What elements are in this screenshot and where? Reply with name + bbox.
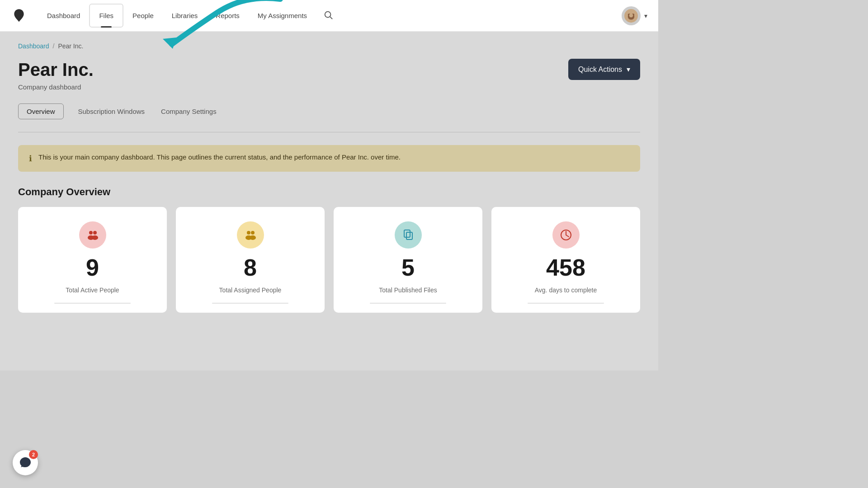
- info-banner: ℹ This is your main company dashboard. T…: [18, 145, 640, 172]
- nav: Dashboard Files People Libraries Reports…: [38, 1, 622, 30]
- published-files-value: 5: [401, 256, 415, 279]
- company-overview-title: Company Overview: [18, 186, 640, 198]
- nav-item-libraries[interactable]: Libraries: [163, 1, 207, 30]
- active-people-underline: [54, 303, 131, 304]
- info-icon: ℹ: [29, 154, 32, 164]
- avg-days-icon: [552, 221, 580, 249]
- tab-company-settings[interactable]: Company Settings: [159, 104, 218, 119]
- published-files-icon: [395, 221, 422, 249]
- svg-point-12: [247, 231, 250, 235]
- user-avatar[interactable]: [622, 6, 641, 25]
- svg-point-9: [93, 231, 97, 235]
- nav-item-people[interactable]: People: [123, 1, 163, 30]
- page-subtitle: Company dashboard: [18, 83, 94, 91]
- stats-grid: 9 Total Active People 8 Total Assigned P…: [18, 207, 640, 313]
- svg-point-0: [325, 11, 331, 17]
- page-title: Pear Inc.: [18, 59, 94, 80]
- header: Dashboard Files People Libraries Reports…: [0, 0, 658, 32]
- header-right: ▾: [622, 6, 647, 25]
- tab-divider: [18, 132, 640, 132]
- svg-point-6: [629, 14, 633, 18]
- active-people-icon: [79, 221, 106, 249]
- quick-actions-button[interactable]: Quick Actions ▾: [568, 59, 640, 80]
- svg-point-15: [250, 235, 256, 240]
- stat-card-assigned-people: 8 Total Assigned People: [176, 207, 325, 313]
- nav-item-my-assignments[interactable]: My Assignments: [249, 1, 316, 30]
- svg-line-20: [566, 235, 569, 237]
- quick-actions-chevron-icon: ▾: [627, 65, 630, 74]
- nav-item-reports[interactable]: Reports: [207, 1, 249, 30]
- svg-line-1: [330, 17, 332, 19]
- breadcrumb-current: Pear Inc.: [58, 42, 83, 50]
- svg-point-11: [92, 235, 98, 240]
- stat-card-active-people: 9 Total Active People: [18, 207, 167, 313]
- main-content: Dashboard / Pear Inc. Pear Inc. Company …: [0, 32, 658, 371]
- assigned-people-underline: [212, 303, 288, 304]
- svg-point-8: [89, 231, 93, 235]
- tabs: Overview Subscription Windows Company Se…: [18, 103, 640, 119]
- svg-rect-16: [404, 230, 410, 237]
- breadcrumb: Dashboard / Pear Inc.: [18, 42, 640, 50]
- nav-item-files[interactable]: Files: [89, 4, 123, 28]
- avg-days-value: 458: [546, 256, 585, 279]
- published-files-label: Total Published Files: [379, 286, 437, 294]
- stat-card-avg-days: 458 Avg. days to complete: [491, 207, 640, 313]
- breadcrumb-home[interactable]: Dashboard: [18, 42, 49, 50]
- page-header: Pear Inc. Company dashboard Quick Action…: [18, 59, 640, 91]
- published-files-underline: [370, 303, 446, 304]
- tab-overview[interactable]: Overview: [18, 103, 64, 119]
- stat-card-published-files: 5 Total Published Files: [334, 207, 482, 313]
- svg-rect-17: [406, 232, 412, 239]
- info-banner-text: This is your main company dashboard. Thi…: [38, 153, 401, 161]
- nav-item-dashboard[interactable]: Dashboard: [38, 1, 89, 30]
- active-people-label: Total Active People: [66, 286, 119, 294]
- quick-actions-label: Quick Actions: [578, 66, 622, 74]
- avg-days-label: Avg. days to complete: [535, 286, 597, 294]
- active-people-value: 9: [86, 256, 99, 279]
- page-title-area: Pear Inc. Company dashboard: [18, 59, 94, 91]
- avg-days-underline: [528, 303, 604, 304]
- search-button[interactable]: [320, 6, 337, 25]
- svg-point-13: [251, 231, 255, 235]
- user-menu-chevron[interactable]: ▾: [644, 12, 647, 19]
- assigned-people-icon: [237, 221, 264, 249]
- tab-subscription-windows[interactable]: Subscription Windows: [76, 104, 147, 119]
- breadcrumb-separator: /: [53, 42, 55, 50]
- assigned-people-value: 8: [244, 256, 257, 279]
- logo[interactable]: [11, 8, 27, 24]
- assigned-people-label: Total Assigned People: [219, 286, 282, 294]
